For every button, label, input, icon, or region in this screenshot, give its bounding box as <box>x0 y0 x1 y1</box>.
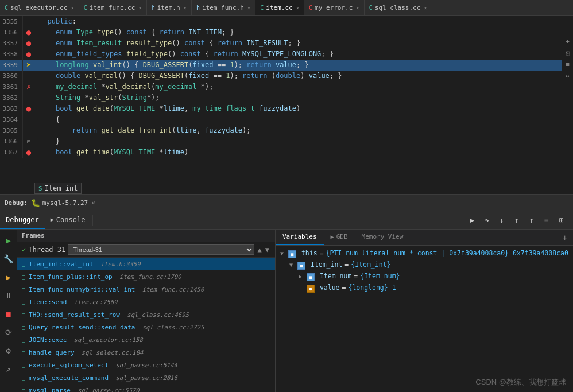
frame-item-9[interactable]: □ mysql_execute_command sql_parse.cc:281… <box>17 371 275 384</box>
tab-item-func-h[interactable]: h item_func.h × <box>192 0 255 15</box>
session-name: mysql-5.7.27 <box>42 199 88 207</box>
settings-sidebar-icon[interactable]: 🔧 <box>2 253 15 265</box>
frame-item-2[interactable]: □ Item_func_numhybrid::val_int item_func… <box>17 283 275 296</box>
tab-debugger[interactable]: Debugger <box>0 211 45 229</box>
stop-sidebar-icon[interactable]: ■ <box>2 308 15 320</box>
thread-up-arrow[interactable]: ▲ <box>257 246 263 254</box>
expand-item-num-icon[interactable]: ▶ <box>299 273 305 280</box>
tab-item-h[interactable]: h item.h × <box>147 0 192 15</box>
tab-close-icon[interactable]: × <box>138 5 141 11</box>
tab-close-icon[interactable]: × <box>184 5 187 11</box>
tab-close-icon[interactable]: × <box>247 5 250 11</box>
settings2-sidebar-icon[interactable]: ⚙ <box>2 344 15 357</box>
bookmark-sidebar-icon[interactable]: ↗ <box>2 363 15 375</box>
tab-close-icon[interactable]: × <box>296 5 299 11</box>
frame-item-3[interactable]: □ Item::send item.cc:7569 <box>17 296 275 308</box>
var-tabs: Variables ▶ GDB Memory View + <box>276 230 573 246</box>
step-into-btn[interactable]: ↓ <box>495 214 509 227</box>
tab-close-icon[interactable]: × <box>356 5 359 11</box>
tab-item-cc[interactable]: C item.cc × <box>255 0 304 15</box>
h-icon: h <box>196 5 200 11</box>
frame-item-5[interactable]: □ Query_result_send::send_data sql_class… <box>17 321 275 333</box>
thread-arrows: ▲ ▼ <box>257 246 270 254</box>
gdb-icon: ▶ <box>331 234 334 240</box>
tab-sql-class[interactable]: C sql_class.cc × <box>365 0 432 15</box>
frame-icon: □ <box>22 299 25 305</box>
var-node-this: ▼ ■ this = {PTI_num_literal_num * const … <box>276 248 573 259</box>
add-watch-btn[interactable]: + <box>559 233 571 242</box>
tab-label: item.cc <box>266 4 292 11</box>
code-line-3358: 3358 ● enum_field_types field_type() con… <box>0 49 573 60</box>
frame-item-6[interactable]: □ JOIN::exec sql_executor.cc:158 <box>17 333 275 346</box>
tab-gdb[interactable]: ▶ GDB <box>324 230 355 245</box>
run-to-cursor-btn[interactable]: ↑ <box>525 214 539 227</box>
line-marker-bp[interactable]: ● <box>23 27 34 38</box>
tab-item-func-cc[interactable]: C item_func.cc × <box>79 0 147 15</box>
pause-sidebar-icon[interactable]: ⏸ <box>2 289 15 302</box>
var-name-value: value <box>316 284 340 292</box>
line-marker-bp[interactable]: ● <box>23 103 34 114</box>
frame-name: mysql_parse <box>29 387 71 393</box>
code-line-3361: 3361 ✗ my_decimal *val_decimal(my_decima… <box>0 81 573 92</box>
tab-console[interactable]: ▶ Console <box>45 211 91 229</box>
tab-label: sql_class.cc <box>375 4 420 11</box>
var-value-item-int: {Item_int} <box>351 261 390 269</box>
resume-btn[interactable]: ▶ <box>465 214 479 227</box>
tab-console-label: Console <box>56 216 86 224</box>
frame-item-7[interactable]: □ handle_query sql_select.cc:184 <box>17 346 275 359</box>
thread-down-arrow[interactable]: ▼ <box>264 246 270 254</box>
line-marker-bp[interactable]: ● <box>23 49 34 60</box>
line-number: 3355 <box>0 16 23 27</box>
code-line-3359-active: 3359 ➤ longlong val_int() { DBUG_ASSERT(… <box>0 60 573 71</box>
tab-my-error[interactable]: C my_error.c × <box>304 0 365 15</box>
code-line-3356: 3356 ● enum Type type() const { return I… <box>0 27 573 38</box>
var-tree: ▼ ■ this = {PTI_num_literal_num * const … <box>276 246 573 392</box>
variables-panel: Variables ▶ GDB Memory View + ▼ ■ <box>276 230 573 392</box>
tab-variables[interactable]: Variables <box>276 230 324 245</box>
tab-bar: C sql_executor.cc × C item_func.cc × h i… <box>0 0 573 16</box>
var-name-this: this <box>297 249 318 257</box>
thread-dropdown[interactable]: Thread-31 <box>68 244 254 255</box>
frame-file: sql_select.cc:184 <box>78 349 144 356</box>
frame-item-0[interactable]: □ Item_int::val_int item.h:3359 <box>17 258 275 270</box>
frame-name: Item_int::val_int <box>29 261 94 268</box>
line-marker-bp[interactable]: ● <box>23 38 34 49</box>
tab-sql-executor[interactable]: C sql_executor.cc × <box>0 0 79 15</box>
tab-memory-label: Memory View <box>362 233 404 240</box>
frames-panel-header: Frames <box>17 230 275 242</box>
tab-close-icon[interactable]: × <box>424 5 427 11</box>
line-number: 3361 <box>0 81 23 92</box>
line-marker-bp[interactable]: ● <box>23 147 34 158</box>
code-line-3357: 3357 ● enum Item_result result_type() co… <box>0 38 573 49</box>
frame-item-1[interactable]: □ Item_func_plus::int_op item_func.cc:17… <box>17 270 275 283</box>
memory-btn[interactable]: ⊞ <box>555 214 568 227</box>
frame-item-10[interactable]: □ mysql_parse sql_parse.cc:5570 <box>17 384 275 392</box>
debug-close-icon[interactable]: × <box>91 199 95 207</box>
line-marker-arrow: ➤ <box>23 60 34 71</box>
expand-this-icon[interactable]: ▼ <box>280 250 287 257</box>
tab-memory-view[interactable]: Memory View <box>355 230 411 245</box>
code-line-3363: 3363 ● bool get_date(MYSQL_TIME *ltime, … <box>0 103 573 114</box>
resume-sidebar-icon[interactable]: ▶ <box>2 234 15 247</box>
line-content: } <box>34 136 60 147</box>
var-name-item-num: Item_num <box>316 272 351 280</box>
frame-item-8[interactable]: □ execute_sqlcom_select sql_parse.cc:514… <box>17 359 275 371</box>
step-out-btn[interactable]: ↑ <box>510 214 524 227</box>
var-value-value: {longlong} 1 <box>348 284 396 292</box>
tab-variables-label: Variables <box>282 233 317 240</box>
line-number: 3358 <box>0 49 23 60</box>
expand-item-int-icon[interactable]: ▼ <box>289 262 296 268</box>
evaluate-btn[interactable]: ≡ <box>540 214 553 227</box>
frame-name: mysql_execute_command <box>29 374 109 382</box>
run-sidebar-icon[interactable]: ▶ <box>2 271 15 284</box>
frame-icon: □ <box>22 324 25 331</box>
code-editor: 3355 public: 3356 ● enum Type type() con… <box>0 16 573 194</box>
tab-gdb-label: GDB <box>336 233 348 240</box>
step-over-btn[interactable]: ↷ <box>480 214 494 227</box>
tab-close-icon[interactable]: × <box>71 5 73 11</box>
tab-label: item.h <box>157 4 180 11</box>
reload-sidebar-icon[interactable]: ⟳ <box>2 326 15 339</box>
frame-item-4[interactable]: □ THD::send_result_set_row sql_class.cc:… <box>17 308 275 321</box>
autocomplete-hint: S Item_int <box>34 183 82 194</box>
err-icon: C <box>309 5 312 11</box>
